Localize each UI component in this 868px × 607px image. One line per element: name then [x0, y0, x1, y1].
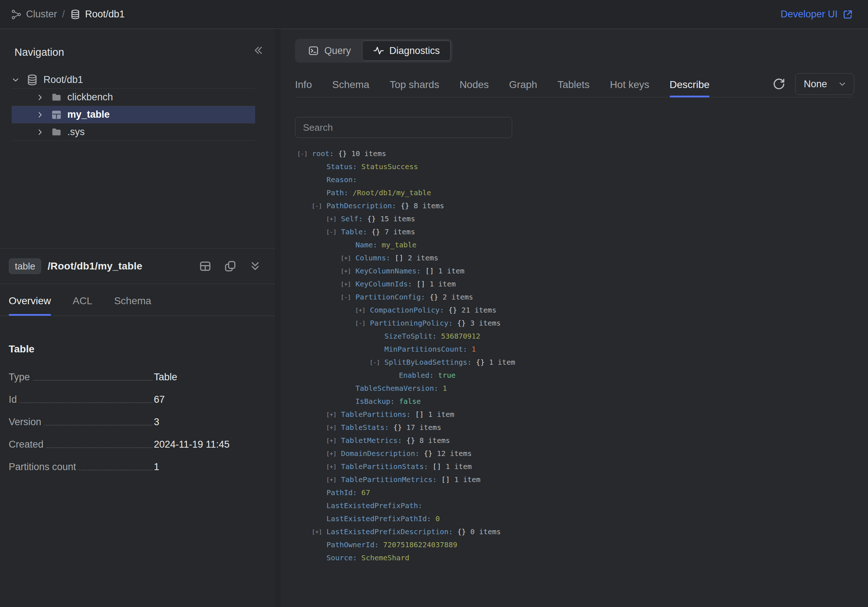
json-key: Reason:	[327, 175, 357, 184]
expand-node-toggle[interactable]	[36, 111, 49, 119]
search-input[interactable]	[295, 117, 512, 138]
copy-icon	[224, 260, 237, 273]
describe-row-columns: [+]Columns: [] 2 items	[295, 251, 854, 264]
json-key: SizeToSplit:	[384, 332, 437, 340]
tab-hot-keys[interactable]: Hot keys	[610, 73, 649, 97]
info-row-type: TypeTable	[9, 370, 262, 384]
describe-row-lastexistedprefixpath: LastExistedPrefixPath:	[295, 499, 854, 512]
developer-ui-link[interactable]: Developer UI	[780, 9, 854, 20]
info-value: 1	[154, 460, 159, 474]
nav-tree-item-root-db1[interactable]: Root/db1	[12, 71, 255, 89]
autorefresh-value: None	[804, 79, 827, 90]
terminal-icon	[308, 45, 319, 56]
json-container-braces: {}	[453, 527, 466, 536]
top-bar: Cluster / Root/db1 Developer UI	[0, 0, 868, 29]
info-label: Partitions count	[9, 460, 76, 474]
json-key: LastExistedPrefixPath:	[327, 501, 422, 510]
collapse-panel-button[interactable]	[252, 44, 264, 56]
refresh-button[interactable]	[772, 77, 786, 91]
info-row-created: Created2024-11-19 11:45	[9, 438, 262, 451]
describe-row-minpartitionscount: MinPartitionsCount: 1	[295, 343, 854, 356]
autorefresh-select[interactable]: None	[795, 73, 854, 95]
expand-toggle[interactable]: [+]	[326, 476, 341, 483]
info-row-partitions-count: Partitions count1	[9, 460, 262, 474]
expand-toggle[interactable]: [+]	[341, 255, 355, 261]
expand-toggle[interactable]: [+]	[312, 528, 327, 535]
json-key: Enabled:	[399, 371, 434, 380]
breadcrumb-cluster[interactable]: Cluster	[11, 9, 57, 20]
tab-top-shards[interactable]: Top shards	[389, 73, 439, 97]
expand-toggle[interactable]: [+]	[341, 268, 355, 275]
open-preview-button[interactable]	[199, 260, 212, 273]
collapse-toggle[interactable]: [-]	[341, 294, 355, 301]
json-item-count: 8 items	[415, 436, 450, 445]
mode-query-button[interactable]: Query	[297, 40, 362, 61]
describe-row-sizetosplit: SizeToSplit: 536870912	[295, 329, 854, 343]
collapse-node-toggle[interactable]	[12, 76, 25, 84]
object-header: table /Root/db1/my_table	[0, 256, 275, 276]
collapse-toggle[interactable]: [-]	[312, 202, 327, 210]
object-tabs: OverviewACLSchema	[0, 284, 275, 316]
dotted-leader	[44, 425, 152, 425]
json-key: SplitByLoadSettings:	[384, 358, 472, 366]
object-tab-schema[interactable]: Schema	[114, 284, 151, 315]
tab-describe[interactable]: Describe	[670, 73, 710, 97]
copy-path-button[interactable]	[224, 260, 237, 273]
expand-toggle[interactable]: [+]	[326, 463, 341, 470]
tab-schema[interactable]: Schema	[332, 73, 370, 97]
folder-icon	[51, 92, 62, 103]
expand-toggle[interactable]: [+]	[326, 450, 341, 457]
json-item-count: 7 items	[380, 227, 415, 236]
nav-item-label: clickbench	[67, 92, 113, 103]
expand-node-toggle[interactable]	[36, 93, 49, 101]
json-item-count: 2 items	[438, 293, 473, 301]
describe-row-tablestats: [+]TableStats: {} 17 items	[295, 421, 854, 434]
expand-toggle[interactable]: [+]	[326, 437, 341, 444]
describe-row-pathdescription: [-]PathDescription: {} 8 items	[295, 199, 854, 212]
json-key: LastExistedPrefixDescription:	[327, 527, 453, 536]
collapse-toggle[interactable]: [-]	[355, 320, 370, 327]
describe-row-tablepartitionstats: [+]TablePartitionStats: [] 1 item	[295, 460, 854, 473]
collapse-toggle[interactable]: [-]	[297, 150, 312, 157]
expand-toggle[interactable]: [+]	[326, 216, 341, 222]
expand-node-toggle[interactable]	[36, 128, 49, 136]
json-key: LastExistedPrefixPathId:	[327, 514, 431, 523]
expand-toggle[interactable]: [+]	[341, 281, 355, 287]
expand-toggle[interactable]: [+]	[355, 307, 370, 314]
nav-tree-item-clickbench[interactable]: clickbench	[12, 89, 255, 106]
table-section-title: Table	[9, 343, 275, 355]
json-container-braces: {}	[363, 214, 376, 223]
collapse-toggle[interactable]: [-]	[370, 359, 384, 366]
describe-row-splitbyloadsettings: [-]SplitByLoadSettings: {} 1 item	[295, 356, 854, 369]
expand-toggle[interactable]: [+]	[326, 411, 341, 418]
expand-panel-button[interactable]	[249, 260, 262, 273]
json-container-braces: []	[412, 279, 425, 288]
tab-graph[interactable]: Graph	[509, 73, 537, 97]
object-tab-overview[interactable]: Overview	[9, 284, 51, 315]
json-key: Status:	[327, 162, 357, 171]
info-row-id: Id67	[9, 393, 262, 406]
json-container-braces: {}	[453, 319, 466, 328]
json-key: PathDescription:	[327, 201, 396, 210]
refresh-icon	[772, 77, 786, 91]
tab-nodes[interactable]: Nodes	[459, 73, 489, 97]
nav-tree-item-my-table[interactable]: my_table	[12, 106, 255, 124]
expand-toggle[interactable]: [+]	[326, 424, 341, 431]
collapse-toggle[interactable]: [-]	[326, 228, 341, 235]
breadcrumb-database[interactable]: Root/db1	[70, 9, 125, 20]
describe-row-partitionconfig: [-]PartitionConfig: {} 2 items	[295, 290, 854, 303]
json-container-braces: []	[428, 462, 441, 471]
json-key: TablePartitions:	[341, 410, 411, 419]
json-key: root:	[312, 149, 334, 158]
json-item-count: 21 items	[457, 306, 496, 314]
tab-info[interactable]: Info	[295, 73, 312, 97]
breadcrumb-separator: /	[62, 9, 65, 20]
tab-tablets[interactable]: Tablets	[557, 73, 590, 97]
dotted-leader	[79, 470, 152, 470]
nav-tree-item--sys[interactable]: .sys	[12, 124, 255, 141]
info-label: Version	[9, 415, 41, 429]
json-item-count: 1 item	[450, 475, 480, 484]
panel-resizer[interactable]	[275, 29, 281, 607]
mode-diagnostics-button[interactable]: Diagnostics	[362, 40, 451, 61]
object-tab-acl[interactable]: ACL	[73, 284, 92, 315]
